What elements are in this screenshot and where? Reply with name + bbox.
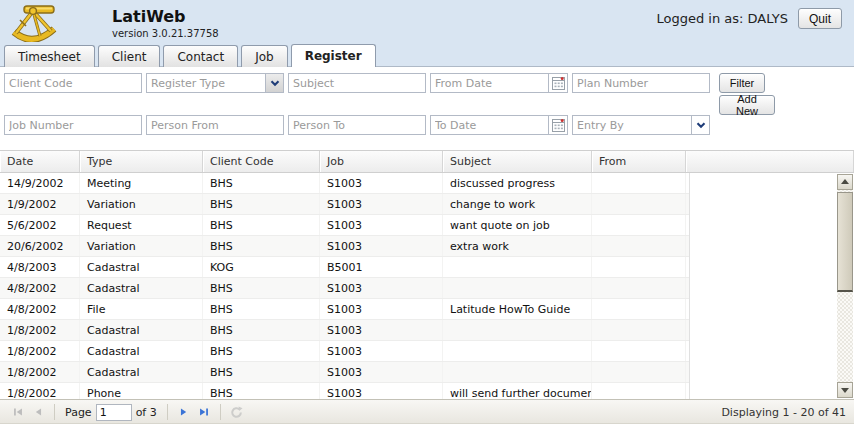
table-row[interactable]: 20/6/2002VariationBHSS1003extra work	[0, 236, 689, 257]
tab-contact[interactable]: Contact	[163, 45, 238, 67]
table-row[interactable]: 1/8/2002PhoneBHSS1003will send further d…	[0, 383, 689, 399]
cell-type: Cadastral	[80, 320, 203, 340]
table-row[interactable]: 5/6/2002RequestBHSS1003want quote on job	[0, 215, 689, 236]
quit-button[interactable]: Quit	[798, 8, 842, 29]
cell-client_code: BHS	[203, 362, 320, 382]
cell-type: Meeting	[80, 173, 203, 193]
add-new-button[interactable]: Add New	[719, 95, 775, 115]
column-header-job[interactable]: Job	[320, 151, 443, 172]
job-number-input[interactable]	[5, 116, 141, 134]
cell-subject: will send further documentation	[443, 383, 592, 399]
client-code-field[interactable]	[4, 73, 142, 93]
plan-number-input[interactable]	[573, 74, 709, 92]
tab-client[interactable]: Client	[98, 45, 161, 67]
cell-client_code: BHS	[203, 341, 320, 361]
job-number-field[interactable]	[4, 115, 142, 135]
cell-date: 5/6/2002	[0, 215, 80, 235]
cell-job: S1003	[320, 383, 443, 399]
title-block: LatiWeb version 3.0.21.37758	[112, 7, 219, 39]
column-header-from[interactable]: From	[592, 151, 686, 172]
person-from-field[interactable]	[146, 115, 284, 135]
cell-subject: discussed progress	[443, 173, 592, 193]
cell-from	[592, 215, 686, 235]
cell-job: S1003	[320, 341, 443, 361]
to-date-field[interactable]	[430, 115, 568, 135]
tab-job[interactable]: Job	[241, 45, 288, 67]
cell-date: 1/8/2002	[0, 320, 80, 340]
register-type-input[interactable]	[147, 74, 265, 92]
cell-client_code: BHS	[203, 278, 320, 298]
scrollbar-thumb[interactable]	[837, 192, 853, 292]
table-row[interactable]: 14/9/2002MeetingBHSS1003discussed progre…	[0, 173, 689, 194]
grid-rows: 14/9/2002MeetingBHSS1003discussed progre…	[0, 173, 690, 399]
cell-date: 1/8/2002	[0, 362, 80, 382]
column-header-type[interactable]: Type	[80, 151, 203, 172]
next-page-icon[interactable]	[176, 404, 192, 420]
tab-register[interactable]: Register	[291, 44, 376, 67]
cell-type: Cadastral	[80, 257, 203, 277]
cell-from	[592, 278, 686, 298]
cell-type: Variation	[80, 236, 203, 256]
filter-button[interactable]: Filter	[719, 73, 765, 93]
scroll-down-icon[interactable]	[837, 382, 853, 398]
cell-from	[592, 173, 686, 193]
app-title: LatiWeb	[112, 7, 219, 26]
cell-job: S1003	[320, 362, 443, 382]
scrollbar-track[interactable]	[837, 190, 853, 382]
cell-from	[592, 194, 686, 214]
cell-type: Variation	[80, 194, 203, 214]
pagination-bar: Page of 3 Displaying 1 - 20 of 41	[0, 399, 854, 424]
column-header-date[interactable]: Date	[0, 151, 80, 172]
column-header-subject[interactable]: Subject	[443, 151, 592, 172]
cell-type: Request	[80, 215, 203, 235]
tab-timesheet[interactable]: Timesheet	[4, 45, 95, 67]
table-row[interactable]: 4/8/2003CadastralKOGB5001	[0, 257, 689, 278]
table-row[interactable]: 1/8/2002CadastralBHSS1003	[0, 341, 689, 362]
cell-date: 4/8/2002	[0, 278, 80, 298]
cell-job: S1003	[320, 320, 443, 340]
cell-date: 1/8/2002	[0, 383, 80, 399]
cell-client_code: KOG	[203, 257, 320, 277]
page-label: Page	[65, 406, 92, 419]
from-date-input[interactable]	[431, 74, 548, 92]
table-row[interactable]: 4/8/2002FileBHSS1003Latitude HowTo Guide	[0, 299, 689, 320]
table-row[interactable]: 4/8/2002CadastralBHSS1003	[0, 278, 689, 299]
last-page-icon[interactable]	[196, 404, 212, 420]
plan-number-field[interactable]	[572, 73, 710, 93]
scroll-up-icon[interactable]	[837, 174, 853, 190]
refresh-icon[interactable]	[229, 404, 245, 420]
cell-subject	[443, 257, 592, 277]
register-type-combo[interactable]	[146, 73, 284, 93]
cell-subject	[443, 320, 592, 340]
client-code-input[interactable]	[5, 74, 141, 92]
column-header-empty	[686, 151, 854, 172]
person-from-input[interactable]	[147, 116, 283, 134]
cell-date: 14/9/2002	[0, 173, 80, 193]
entry-by-combo[interactable]	[572, 115, 710, 135]
calendar-icon[interactable]	[548, 116, 567, 134]
table-row[interactable]: 1/8/2002CadastralBHSS1003	[0, 362, 689, 383]
column-header-client_code[interactable]: Client Code	[203, 151, 320, 172]
first-page-icon[interactable]	[10, 404, 26, 420]
chevron-down-icon[interactable]	[691, 116, 709, 134]
table-row[interactable]: 1/9/2002VariationBHSS1003change to work	[0, 194, 689, 215]
sextant-logo-icon	[6, 2, 60, 42]
chevron-down-icon[interactable]	[265, 74, 283, 92]
cell-client_code: BHS	[203, 383, 320, 399]
entry-by-input[interactable]	[573, 116, 691, 134]
cell-client_code: BHS	[203, 173, 320, 193]
calendar-icon[interactable]	[548, 74, 567, 92]
page-number-input[interactable]	[96, 404, 132, 421]
person-to-field[interactable]	[288, 115, 426, 135]
cell-subject: extra work	[443, 236, 592, 256]
login-area: Logged in as: DALYS Quit	[657, 8, 843, 29]
from-date-field[interactable]	[430, 73, 568, 93]
to-date-input[interactable]	[431, 116, 548, 134]
latiweb-window: LatiWeb version 3.0.21.37758 Logged in a…	[0, 0, 854, 424]
person-to-input[interactable]	[289, 116, 425, 134]
table-row[interactable]: 1/8/2002CadastralBHSS1003	[0, 320, 689, 341]
subject-field[interactable]	[288, 73, 426, 93]
prev-page-icon[interactable]	[30, 404, 46, 420]
subject-input[interactable]	[289, 74, 425, 92]
vertical-scrollbar[interactable]	[837, 174, 853, 398]
